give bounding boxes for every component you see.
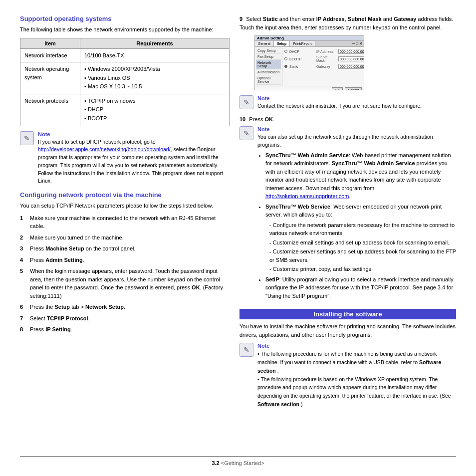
list-item: Windows 2000/XP/2003/Vista bbox=[84, 65, 225, 74]
admin-main-panel: DHCP IP Address 000.000.000.000 BOOTP Su… bbox=[282, 47, 364, 86]
radio-bootp[interactable] bbox=[284, 57, 287, 60]
step-num: 7 bbox=[20, 314, 27, 323]
table-header-item: Item bbox=[20, 38, 80, 48]
step9-num: 9 bbox=[239, 16, 242, 22]
installing-section: Installing the software You have to inst… bbox=[239, 309, 456, 409]
section2-title: Configuring network protocol via the mac… bbox=[20, 191, 230, 199]
list-item: Customize email settings and set up addr… bbox=[269, 238, 456, 247]
list-item: BOOTP bbox=[84, 114, 225, 123]
req-bullet-list: Windows 2000/XP/2003/Vista Various Linux… bbox=[84, 65, 225, 91]
note-title: Note bbox=[257, 343, 456, 349]
dash-list: Configure the network parameters necessa… bbox=[265, 221, 456, 273]
note-icon bbox=[239, 95, 253, 109]
table-row: Network interface 10/100 Base-TX bbox=[20, 48, 230, 62]
step-5: 5 When the login message appears, enter … bbox=[20, 267, 230, 300]
step-content: When the login message appears, enter pa… bbox=[30, 267, 230, 300]
two-column-layout: Supported operating systems The followin… bbox=[20, 15, 456, 449]
admin-dialog-title: Admin Setting bbox=[257, 36, 284, 40]
install-note-list: The following procedure is for when the … bbox=[257, 350, 456, 409]
step-9: 9 Select Static and then enter IP Addres… bbox=[239, 15, 456, 31]
admin-bootp-row: BOOTP Subnet Mask 000.000.000.000 bbox=[284, 55, 364, 62]
cancel-button[interactable]: Cancel bbox=[345, 87, 362, 90]
close-icon[interactable]: ✕ bbox=[359, 41, 363, 46]
subnet-label: Subnet Mask bbox=[316, 55, 336, 62]
admin-title-bar: Admin Setting bbox=[255, 36, 364, 41]
admin-body: Copy Setup Fax Setup Network Setup Authe… bbox=[255, 47, 364, 86]
installing-header: Installing the software bbox=[239, 309, 456, 319]
list-item-syncthru-admin: SyncThru™ Web Admin Service: Web-based p… bbox=[265, 151, 456, 201]
minimize-icon[interactable]: ─ bbox=[352, 41, 355, 46]
step-num: 5 bbox=[20, 267, 27, 300]
right-column: 9 Select Static and then enter IP Addres… bbox=[239, 15, 456, 449]
list-item: Various Linux OS bbox=[84, 74, 225, 83]
radio-static[interactable] bbox=[284, 65, 287, 68]
admin-dialog-inner: Admin Setting General Setup Print/Report… bbox=[255, 36, 364, 90]
step-num: 3 bbox=[20, 244, 27, 253]
ip-label: IP Address bbox=[316, 50, 336, 53]
note-link[interactable]: http://developer.apple.com/networking/bo… bbox=[38, 146, 171, 152]
syncthru-link[interactable]: http://solution.samsungprinter.com bbox=[265, 193, 349, 199]
table-cell-item: Network protocols bbox=[20, 94, 80, 126]
table-header-requirements: Requirements bbox=[80, 38, 230, 48]
section1-title: Supported operating systems bbox=[20, 15, 230, 22]
step-8: 8 Press IP Setting. bbox=[20, 325, 230, 334]
admin-footer: OK Cancel bbox=[255, 86, 364, 90]
note-content: Note Contact the network administrator, … bbox=[257, 95, 456, 110]
static-label: Static bbox=[289, 65, 314, 68]
page-footer: 3.2 <Getting Started> bbox=[20, 457, 456, 466]
table-cell-item: Network operating system bbox=[20, 62, 80, 94]
sidebar-item-network[interactable]: Network Setup bbox=[256, 60, 281, 69]
step-7: 7 Select TCP/IP Protocol. bbox=[20, 314, 230, 323]
table-cell-req: Windows 2000/XP/2003/Vista Various Linux… bbox=[80, 62, 230, 94]
note-icon bbox=[239, 126, 253, 140]
footer-subtitle: <Getting Started> bbox=[220, 460, 264, 466]
table-cell-req: 10/100 Base-TX bbox=[80, 48, 230, 62]
ok-button[interactable]: OK bbox=[332, 87, 343, 90]
step-4: 4 Press Admin Setting. bbox=[20, 256, 230, 264]
section1-intro: The following table shows the network en… bbox=[20, 25, 230, 34]
step-content: Select TCP/IP Protocol. bbox=[30, 314, 230, 323]
note-title: Note bbox=[257, 126, 456, 132]
admin-tab-general[interactable]: General bbox=[255, 41, 274, 46]
admin-tab-print[interactable]: Print/Report bbox=[290, 41, 315, 46]
step-3: 3 Press Machine Setup on the control pan… bbox=[20, 244, 230, 253]
step10-num: 10 bbox=[239, 116, 245, 122]
page: Supported operating systems The followin… bbox=[0, 0, 476, 476]
req-bullet-list: TCP/IP on windows DHCP BOOTP bbox=[84, 97, 225, 123]
list-item: DHCP bbox=[84, 105, 225, 114]
sidebar-item-auth[interactable]: Authentication bbox=[256, 69, 281, 75]
admin-tab-setup[interactable]: Setup bbox=[274, 41, 290, 46]
radio-dhcp[interactable] bbox=[284, 50, 287, 53]
sidebar-item-optional[interactable]: Optional Service bbox=[256, 75, 281, 85]
admin-tab-bar: General Setup Print/Report ─ □ ✕ bbox=[255, 41, 364, 47]
sidebar-item-copy[interactable]: Copy Setup bbox=[256, 48, 281, 54]
list-item-setip: SetIP: Utility program allowing you to s… bbox=[265, 275, 456, 300]
note-content: Note The following procedure is for when… bbox=[257, 343, 456, 409]
installing-intro: You have to install the machine software… bbox=[239, 322, 456, 339]
ip-address-field[interactable]: 000.000.000.000 bbox=[338, 49, 364, 54]
note-icon bbox=[20, 131, 34, 145]
list-item: The following procedure is based on the … bbox=[257, 375, 456, 409]
note-text-install: The following procedure is for when the … bbox=[257, 350, 456, 409]
maximize-icon[interactable]: □ bbox=[356, 41, 358, 46]
list-item: The following procedure is for when the … bbox=[257, 350, 456, 375]
step-10: 10 Press OK. bbox=[239, 115, 456, 124]
list-item-syncthru-web: SyncThru™ Web Service: Web server embedd… bbox=[265, 203, 456, 273]
step-num: 2 bbox=[20, 234, 27, 242]
note-title: Note bbox=[38, 131, 230, 137]
step-content: Press Admin Setting. bbox=[30, 256, 230, 264]
table-cell-req: TCP/IP on windows DHCP BOOTP bbox=[80, 94, 230, 126]
step-num: 1 bbox=[20, 214, 27, 231]
sidebar-item-fax[interactable]: Fax Setup bbox=[256, 54, 281, 60]
support-table: Item Requirements Network interface 10/1… bbox=[20, 38, 230, 126]
subnet-mask-field[interactable]: 000.000.000.000 bbox=[338, 56, 364, 61]
step-num: 8 bbox=[20, 325, 27, 334]
section2-intro: You can setup TCP/IP Network parameters … bbox=[20, 202, 230, 210]
bootp-label: BOOTP bbox=[289, 57, 314, 61]
syncthru-list: SyncThru™ Web Admin Service: Web-based p… bbox=[257, 151, 456, 300]
admin-dhcp-row: DHCP IP Address 000.000.000.000 bbox=[284, 49, 364, 54]
step-content: Make sure your machine is connected to t… bbox=[30, 214, 230, 231]
note-box-4: Note The following procedure is for when… bbox=[239, 343, 456, 409]
note-text: Contact the network administrator, if yo… bbox=[257, 102, 456, 110]
gateway-field[interactable]: 000.000.000.000 bbox=[338, 64, 364, 69]
